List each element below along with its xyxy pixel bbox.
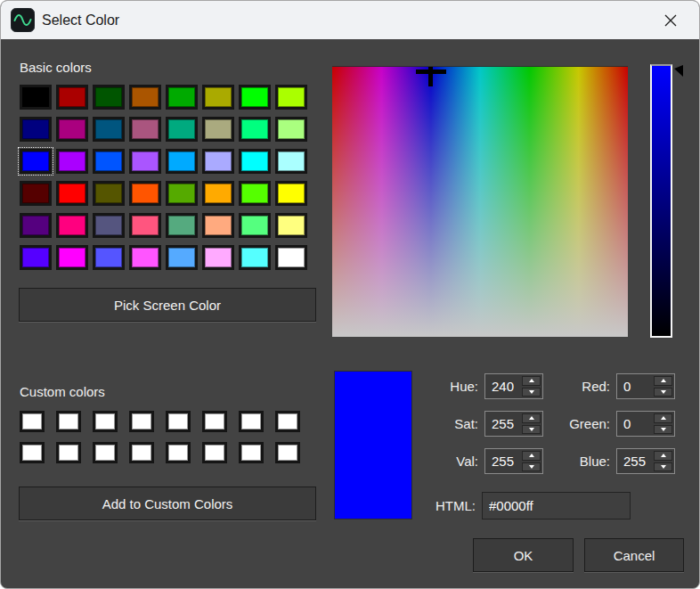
spinbox-value[interactable]: 255	[485, 412, 520, 436]
value-slider-arrow-icon[interactable]	[674, 65, 683, 77]
basic-color-swatch[interactable]	[202, 181, 234, 206]
basic-color-swatch[interactable]	[93, 213, 125, 238]
custom-color-swatch[interactable]	[275, 411, 300, 432]
pick-screen-color-button[interactable]: Pick Screen Color	[19, 288, 316, 322]
spinbox-value[interactable]: 0	[617, 412, 652, 436]
spin-down-button[interactable]	[654, 462, 672, 472]
basic-color-swatch[interactable]	[275, 117, 307, 142]
basic-color-swatch[interactable]	[239, 149, 271, 174]
custom-color-swatch[interactable]	[129, 442, 154, 463]
basic-color-swatch[interactable]	[275, 181, 307, 206]
value-slider[interactable]	[650, 64, 672, 338]
spin-down-button[interactable]	[654, 425, 672, 435]
custom-color-swatch[interactable]	[239, 411, 264, 432]
custom-color-swatch[interactable]	[93, 411, 118, 432]
field-label: Green:	[543, 416, 610, 431]
cancel-button[interactable]: Cancel	[584, 538, 684, 572]
spinbox-value[interactable]: 255	[617, 449, 652, 473]
spinbox-value[interactable]: 0	[617, 374, 652, 398]
basic-color-swatch[interactable]	[202, 149, 234, 174]
spinbox-input[interactable]: 255	[484, 448, 543, 474]
add-to-custom-colors-button[interactable]: Add to Custom Colors	[19, 487, 316, 520]
custom-color-swatch[interactable]	[56, 442, 81, 463]
custom-color-swatch[interactable]	[166, 411, 191, 432]
custom-color-swatch[interactable]	[202, 411, 227, 432]
basic-color-swatch[interactable]	[20, 149, 52, 174]
basic-color-swatch[interactable]	[239, 213, 271, 238]
spin-down-button[interactable]	[522, 462, 541, 472]
arrow-up-icon	[661, 379, 666, 382]
spin-up-button[interactable]	[522, 451, 541, 461]
custom-color-swatch[interactable]	[56, 411, 81, 432]
basic-color-swatch[interactable]	[239, 85, 271, 110]
spinbox-input[interactable]: 0	[616, 411, 675, 437]
basic-color-swatch[interactable]	[56, 245, 88, 270]
spinbox-value[interactable]: 255	[485, 449, 520, 473]
basic-color-swatch[interactable]	[275, 149, 307, 174]
basic-color-swatch[interactable]	[202, 117, 234, 142]
spinbox-input[interactable]: 255	[484, 411, 543, 437]
basic-color-swatch[interactable]	[56, 85, 88, 110]
custom-color-swatch[interactable]	[20, 442, 45, 463]
spinbox-input[interactable]: 0	[616, 373, 675, 399]
spin-up-button[interactable]	[522, 413, 541, 423]
basic-color-swatch[interactable]	[166, 213, 198, 238]
basic-color-swatch[interactable]	[129, 213, 161, 238]
basic-color-swatch[interactable]	[129, 117, 161, 142]
basic-color-swatch[interactable]	[20, 213, 52, 238]
basic-color-swatch[interactable]	[275, 85, 307, 110]
basic-color-swatch[interactable]	[93, 85, 125, 110]
basic-color-swatch[interactable]	[93, 117, 125, 142]
ok-button[interactable]: OK	[473, 538, 574, 572]
basic-color-swatch[interactable]	[275, 213, 307, 238]
spin-up-button[interactable]	[654, 413, 672, 423]
basic-color-swatch[interactable]	[20, 117, 52, 142]
basic-color-swatch[interactable]	[56, 213, 88, 238]
basic-color-swatch[interactable]	[166, 149, 198, 174]
spin-up-button[interactable]	[654, 451, 672, 461]
basic-color-swatch[interactable]	[56, 181, 88, 206]
close-button[interactable]	[649, 1, 692, 39]
spinbox-input[interactable]: 255	[616, 448, 675, 474]
custom-color-swatch[interactable]	[239, 442, 264, 463]
spin-down-button[interactable]	[654, 388, 672, 397]
spinbox-value[interactable]: 240	[485, 374, 520, 398]
spin-up-button[interactable]	[654, 376, 672, 386]
basic-color-swatch[interactable]	[56, 117, 88, 142]
basic-color-swatch[interactable]	[166, 245, 198, 270]
spinbox-input[interactable]: 240	[484, 373, 543, 399]
basic-color-swatch[interactable]	[93, 149, 125, 174]
spin-up-button[interactable]	[522, 376, 541, 386]
basic-color-swatch[interactable]	[93, 245, 125, 270]
basic-color-swatch[interactable]	[202, 245, 234, 270]
basic-color-swatch[interactable]	[239, 245, 271, 270]
basic-color-swatch[interactable]	[202, 85, 234, 110]
basic-color-swatch[interactable]	[166, 85, 198, 110]
basic-color-swatch[interactable]	[20, 245, 52, 270]
basic-color-swatch[interactable]	[129, 149, 161, 174]
spin-down-button[interactable]	[522, 425, 541, 435]
basic-color-swatch[interactable]	[129, 181, 161, 206]
basic-color-swatch[interactable]	[239, 117, 271, 142]
basic-color-swatch[interactable]	[129, 85, 161, 110]
basic-color-swatch[interactable]	[239, 181, 271, 206]
basic-color-swatch[interactable]	[56, 149, 88, 174]
basic-color-swatch[interactable]	[166, 181, 198, 206]
custom-color-swatch[interactable]	[202, 442, 227, 463]
custom-color-swatch[interactable]	[275, 442, 300, 463]
basic-color-swatch[interactable]	[275, 245, 307, 270]
basic-color-swatch[interactable]	[202, 213, 234, 238]
basic-color-swatch[interactable]	[20, 181, 52, 206]
hue-saturation-map[interactable]	[332, 67, 628, 337]
custom-color-swatch[interactable]	[129, 411, 154, 432]
custom-color-swatch[interactable]	[166, 442, 191, 463]
basic-color-swatch[interactable]	[20, 85, 52, 110]
spin-down-button[interactable]	[522, 388, 541, 397]
basic-color-swatch[interactable]	[93, 181, 125, 206]
custom-color-swatch[interactable]	[93, 442, 118, 463]
html-input[interactable]	[482, 492, 631, 519]
crosshair-marker[interactable]	[428, 67, 433, 86]
basic-color-swatch[interactable]	[129, 245, 161, 270]
basic-color-swatch[interactable]	[166, 117, 198, 142]
custom-color-swatch[interactable]	[20, 411, 45, 432]
